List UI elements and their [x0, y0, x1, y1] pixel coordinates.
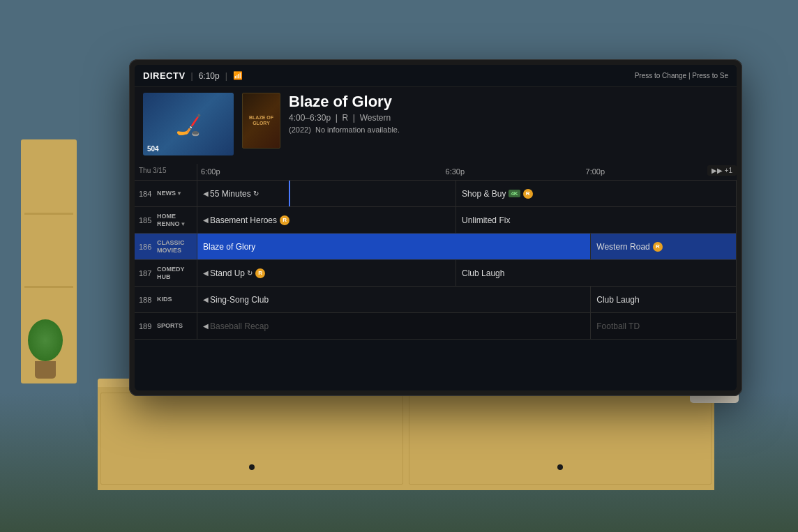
program-desc-text: No information available.: [315, 126, 400, 134]
header-bar: DIRECTV | 6:10p | 📶 Press to Change | Pr…: [135, 65, 737, 87]
program-time: 4:00–6:30p: [289, 113, 331, 123]
program-title-cell: Basement Heroes: [210, 215, 277, 225]
channel-info-5: 189SPORTS: [135, 313, 197, 339]
programs-row-2: Blaze of GloryWestern RoadR: [197, 234, 737, 259]
program-info: Blaze of Glory 4:00–6:30p | R | Western …: [289, 93, 728, 158]
header-divider-2: |: [225, 71, 227, 81]
channel-number-overlay: 504: [147, 145, 159, 153]
repeat-icon: ↻: [247, 269, 253, 277]
program-cell[interactable]: Shop & Buy4KR: [456, 181, 737, 206]
wifi-icon: 📶: [233, 71, 243, 80]
repeat-icon: ↻: [253, 190, 259, 197]
program-cell[interactable]: ◀ Baseball Recap: [197, 313, 591, 339]
channel-arrow-1: ▼: [181, 221, 186, 227]
programs-row-0: ◀ 55 Minutes ↻Shop & Buy4KR: [197, 181, 737, 206]
time-label-700: 7:00p: [586, 167, 605, 176]
plant: [31, 319, 59, 379]
channel-info-4: 188KIDS: [135, 287, 197, 312]
program-title-cell: Club Laugh: [462, 268, 504, 278]
guide-row[interactable]: 185HOME RENNO▼◀ Basement HeroesRUnlimite…: [135, 207, 737, 234]
channel-number-0: 184: [139, 190, 154, 198]
guide-container: Thu 3/15 6:00p 6:30p 7:00p ▶▶ +1 184NEWS…: [135, 164, 737, 390]
4k-badge: 4K: [509, 190, 520, 197]
program-cell[interactable]: ◀ Basement HeroesR: [197, 207, 456, 233]
program-title-cell: 55 Minutes: [210, 189, 251, 199]
channel-number-5: 189: [139, 322, 154, 330]
movie-thumbnail: BLAZE OF GLORY: [242, 93, 280, 149]
program-cell[interactable]: ◀ 55 Minutes ↻: [197, 181, 456, 206]
guide-row[interactable]: 188KIDS◀ Sing-Song ClubClub Laugh: [135, 287, 737, 313]
arrow-left-icon: ◀: [203, 216, 209, 224]
programs-row-4: ◀ Sing-Song ClubClub Laugh: [197, 287, 737, 312]
guide-row[interactable]: 189SPORTS◀ Baseball RecapFootball TD: [135, 313, 737, 340]
program-title-cell: Club Laugh: [596, 295, 639, 305]
program-cell[interactable]: ◀ Stand Up ↻R: [197, 260, 456, 286]
channel-name-3: COMEDY HUB: [157, 266, 193, 281]
tv-wrapper: DIRECTV | 6:10p | 📶 Press to Change | Pr…: [129, 59, 742, 396]
channel-number-4: 188: [139, 296, 154, 304]
arrow-left-icon: ◀: [203, 269, 209, 277]
channel-number-1: 185: [139, 216, 154, 225]
guide-row[interactable]: 186CLASSIC MOVIESBlaze of GloryWestern R…: [135, 234, 737, 260]
header-left: DIRECTV | 6:10p | 📶: [143, 70, 243, 81]
program-meta: 4:00–6:30p | R | Western: [289, 113, 728, 123]
program-title-cell: Football TD: [596, 321, 640, 331]
channel-name-2: CLASSIC MOVIES: [157, 239, 193, 254]
program-title-cell: Stand Up: [210, 268, 245, 278]
channel-thumbnail: 504: [143, 93, 234, 155]
sideboard-door-left: [100, 393, 403, 485]
r-rating-badge: R: [523, 189, 533, 199]
program-cell[interactable]: Unlimited Fix: [456, 207, 737, 233]
program-year: 2022: [292, 126, 308, 134]
program-cell[interactable]: Football TD: [591, 313, 737, 339]
channel-arrow-0: ▼: [176, 190, 182, 197]
channel-name-5: SPORTS: [157, 322, 183, 330]
r-rating-badge: R: [653, 242, 663, 252]
directv-logo: DIRECTV: [143, 70, 186, 81]
program-description: (2022) No information available.: [289, 126, 728, 134]
directv-ui: DIRECTV | 6:10p | 📶 Press to Change | Pr…: [135, 65, 737, 390]
guide-row[interactable]: 187COMEDY HUB◀ Stand Up ↻RClub Laugh: [135, 260, 737, 287]
header-divider: |: [191, 71, 193, 81]
plant-pot: [35, 361, 56, 379]
channel-info-2: 186CLASSIC MOVIES: [135, 234, 197, 259]
channel-name-4: KIDS: [157, 296, 172, 303]
channel-info-0: 184NEWS▼: [135, 181, 197, 206]
tv-frame: DIRECTV | 6:10p | 📶 Press to Change | Pr…: [129, 59, 742, 396]
fast-forward-button[interactable]: ▶▶ +1: [707, 165, 737, 176]
program-cell[interactable]: ◀ Sing-Song Club: [197, 287, 591, 312]
programs-row-1: ◀ Basement HeroesRUnlimited Fix: [197, 207, 737, 233]
arrow-left-icon: ◀: [203, 296, 209, 303]
time-slots: 6:00p 6:30p 7:00p ▶▶ +1: [197, 164, 737, 180]
program-genre: Western: [360, 113, 391, 123]
header-hint: Press to Change | Press to Se: [635, 72, 728, 79]
program-title-cell: Shop & Buy: [462, 189, 506, 199]
r-rating-badge: R: [280, 215, 289, 225]
program-cell[interactable]: Club Laugh: [456, 260, 737, 286]
channel-name-0: NEWS▼: [157, 190, 182, 197]
arrow-left-icon: ◀: [203, 322, 209, 330]
guide-rows: 184NEWS▼◀ 55 Minutes ↻Shop & Buy4KR185HO…: [135, 181, 737, 390]
movie-title-overlay: BLAZE OF GLORY: [244, 115, 278, 127]
program-title-cell: Baseball Recap: [210, 321, 269, 331]
time-header: Thu 3/15 6:00p 6:30p 7:00p ▶▶ +1: [135, 164, 737, 181]
channel-info-1: 185HOME RENNO▼: [135, 207, 197, 233]
programs-row-5: ◀ Baseball RecapFootball TD: [197, 313, 737, 339]
channel-name-1: HOME RENNO▼: [157, 213, 193, 228]
plant-leaves: [28, 319, 63, 361]
arrow-left-icon: ◀: [203, 190, 209, 197]
program-cell[interactable]: Club Laugh: [591, 287, 737, 312]
program-title: Blaze of Glory: [289, 93, 728, 111]
header-time: 6:10p: [199, 71, 220, 81]
program-cell[interactable]: Western RoadR: [591, 234, 737, 259]
program-cell[interactable]: Blaze of Glory: [197, 234, 591, 259]
info-panel: 504 BLAZE OF GLORY Blaze of Glory 4:00–6…: [135, 87, 737, 164]
sideboard-body: [98, 387, 714, 490]
sideboard-door-right: [409, 393, 712, 485]
guide-row[interactable]: 184NEWS▼◀ 55 Minutes ↻Shop & Buy4KR: [135, 181, 737, 207]
time-label-630: 6:30p: [446, 167, 465, 176]
channel-number-3: 187: [139, 269, 154, 278]
program-title-cell: Western Road: [596, 242, 649, 252]
date-header: Thu 3/15: [135, 164, 197, 180]
channel-number-2: 186: [139, 243, 154, 251]
